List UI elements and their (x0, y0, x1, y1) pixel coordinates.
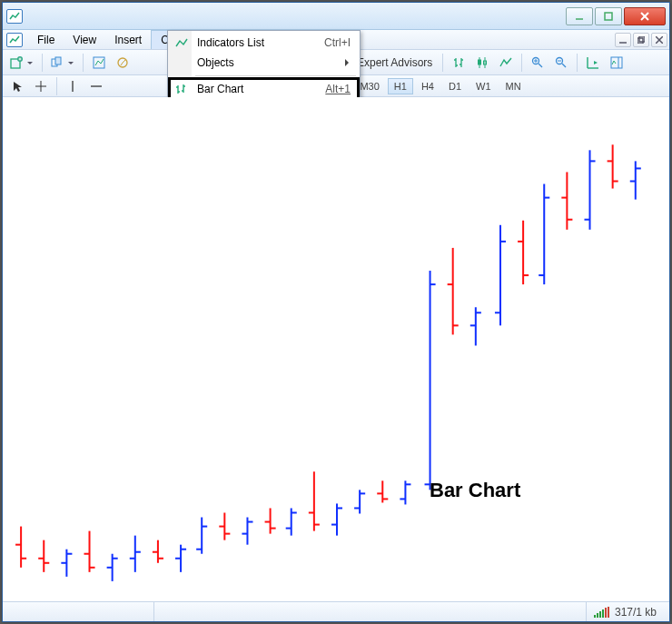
navigator-button[interactable] (112, 53, 133, 73)
timeframe-d1-button[interactable]: D1 (442, 78, 468, 94)
horizontal-line-button[interactable] (85, 76, 107, 96)
mdi-minimize-button[interactable] (615, 33, 631, 47)
svg-rect-51 (94, 57, 104, 68)
profiles-button[interactable] (47, 53, 78, 73)
chart-annotation-label: Bar Chart (430, 479, 520, 502)
statusbar: 317/1 kb (3, 601, 669, 621)
timeframe-h4-button[interactable]: H4 (415, 78, 440, 94)
chart-area[interactable]: Bar Chart (3, 97, 669, 601)
titlebar[interactable] (3, 3, 669, 30)
vertical-line-button[interactable] (62, 76, 84, 96)
toolbar-auto-scroll-button[interactable] (582, 53, 604, 73)
svg-line-68 (539, 64, 542, 67)
menu-shortcut: Ctrl+I (324, 36, 351, 49)
market-watch-button[interactable] (88, 53, 110, 73)
menu-indicators-list[interactable]: Indicators List Ctrl+I (170, 33, 358, 53)
app-window: File View Insert Charts Tools Window Hel… (2, 2, 670, 622)
menu-insert[interactable]: Insert (105, 30, 151, 49)
toolbar-zoom-in-button[interactable] (527, 53, 548, 73)
expert-advisors-label[interactable]: Expert Advisors (351, 56, 438, 69)
cursor-tool-button[interactable] (6, 76, 28, 96)
connection-text: 317/1 kb (615, 606, 657, 619)
svg-line-72 (562, 64, 566, 67)
toolbar-candlestick-button[interactable] (471, 53, 493, 73)
window-minimize-button[interactable] (566, 7, 593, 25)
timeframe-mn-button[interactable]: MN (499, 78, 528, 94)
mdi-restore-button[interactable] (633, 33, 649, 47)
timeframe-w1-button[interactable]: W1 (469, 78, 498, 94)
svg-line-54 (121, 63, 123, 65)
bar-chart-icon (173, 82, 190, 96)
toolbar-line-chart-button[interactable] (495, 53, 517, 73)
svg-line-53 (123, 60, 125, 63)
menu-shortcut: Alt+1 (325, 83, 351, 95)
connection-bars-icon (594, 607, 609, 618)
crosshair-tool-button[interactable] (30, 76, 52, 96)
toolbar-bar-chart-button[interactable] (448, 53, 469, 73)
svg-rect-1 (605, 13, 612, 20)
menu-objects[interactable]: Objects (170, 53, 358, 73)
menubar: File View Insert Charts Tools Window Hel… (3, 30, 669, 50)
menu-label: Indicators List (197, 36, 264, 49)
menu-separator (195, 75, 356, 76)
price-chart (3, 97, 669, 601)
window-close-button[interactable] (624, 7, 666, 25)
app-icon (6, 9, 23, 24)
menu-view[interactable]: View (64, 30, 105, 49)
svg-rect-6 (639, 36, 645, 42)
connection-status[interactable]: 317/1 kb (586, 602, 664, 621)
app-menu-icon (6, 33, 23, 47)
window-maximize-button[interactable] (595, 7, 622, 25)
mdi-close-button[interactable] (651, 33, 667, 47)
toolbar-chart-shift-button[interactable] (606, 53, 628, 73)
new-chart-button[interactable] (6, 53, 37, 73)
menu-label: Objects (197, 56, 234, 69)
menu-bar-chart[interactable]: Bar Chart Alt+1 (170, 79, 358, 99)
toolbar-zoom-out-button[interactable] (550, 53, 572, 73)
svg-rect-64 (479, 60, 481, 64)
svg-rect-50 (55, 57, 61, 64)
submenu-arrow-icon (345, 59, 352, 66)
indicators-icon (173, 35, 190, 50)
menu-label: Bar Chart (197, 83, 243, 95)
timeframe-h1-button[interactable]: H1 (388, 78, 413, 94)
menu-file[interactable]: File (28, 30, 64, 49)
svg-rect-5 (637, 38, 643, 44)
